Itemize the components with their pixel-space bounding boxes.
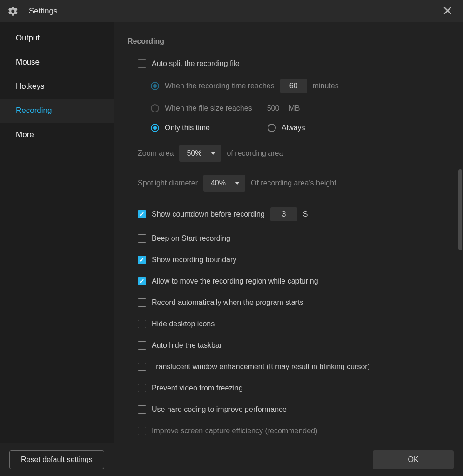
split-time-radio[interactable] bbox=[151, 82, 159, 90]
auto-record-label: Record automatically when the program st… bbox=[152, 298, 303, 307]
split-time-unit: minutes bbox=[313, 82, 339, 90]
zoom-area-label: Zoom area bbox=[138, 149, 174, 158]
move-region-label: Allow to move the recording region while… bbox=[152, 277, 318, 285]
always-radio[interactable] bbox=[268, 124, 276, 132]
window-title: Settings bbox=[29, 7, 439, 16]
always-label: Always bbox=[282, 124, 305, 132]
spotlight-label: Spotlight diameter bbox=[138, 179, 198, 187]
zoom-area-suffix: of recording area bbox=[227, 149, 283, 158]
gear-icon bbox=[7, 6, 19, 17]
sidebar-item-output[interactable]: Output bbox=[0, 26, 114, 50]
beep-label: Beep on Start recording bbox=[152, 234, 230, 243]
auto-split-group: Auto split the recording file When the r… bbox=[127, 60, 449, 132]
split-size-value: 500 bbox=[267, 104, 280, 112]
chevron-down-icon bbox=[211, 152, 215, 155]
improve-capture-label: Improve screen capture efficiency (recom… bbox=[152, 427, 317, 435]
move-region-checkbox[interactable] bbox=[138, 277, 146, 285]
split-time-input[interactable]: 60 bbox=[280, 79, 307, 93]
reset-defaults-button[interactable]: Reset default settings bbox=[9, 450, 104, 469]
spotlight-dropdown[interactable]: 40% bbox=[203, 175, 245, 192]
split-time-label: When the recording time reaches bbox=[165, 82, 275, 90]
zoom-area-value: 50% bbox=[187, 149, 201, 158]
beep-checkbox[interactable] bbox=[138, 234, 146, 243]
hide-icons-checkbox[interactable] bbox=[138, 320, 146, 328]
recording-panel: Recording Auto split the recording file … bbox=[114, 22, 463, 443]
only-this-time-radio[interactable] bbox=[151, 124, 159, 132]
spotlight-value: 40% bbox=[211, 179, 226, 187]
auto-record-checkbox[interactable] bbox=[138, 298, 146, 307]
close-icon[interactable]: ✕ bbox=[439, 3, 456, 20]
spotlight-suffix: Of recording area's height bbox=[251, 179, 336, 187]
section-title: Recording bbox=[127, 37, 449, 46]
sidebar-item-recording[interactable]: Recording bbox=[0, 99, 114, 123]
scrollbar-thumb[interactable] bbox=[458, 169, 462, 250]
hide-taskbar-label: Auto hide the taskbar bbox=[152, 341, 222, 350]
translucent-label: Translucent window enhancement (It may r… bbox=[152, 363, 370, 371]
sidebar-item-more[interactable]: More bbox=[0, 123, 114, 147]
auto-split-label: Auto split the recording file bbox=[152, 60, 240, 68]
prevent-freeze-label: Prevent video from freezing bbox=[152, 384, 243, 392]
chevron-down-icon bbox=[235, 182, 240, 185]
split-size-unit: MB bbox=[289, 104, 300, 112]
sidebar: Output Mouse Hotkeys Recording More bbox=[0, 22, 114, 443]
hard-coding-label: Use hard coding to improve performance bbox=[152, 405, 287, 414]
titlebar: Settings ✕ bbox=[0, 0, 463, 22]
translucent-checkbox[interactable] bbox=[138, 363, 146, 371]
countdown-checkbox[interactable] bbox=[138, 210, 146, 218]
improve-capture-checkbox[interactable] bbox=[138, 427, 146, 435]
auto-split-checkbox[interactable] bbox=[138, 60, 146, 68]
split-size-label: When the file size reaches bbox=[165, 104, 252, 112]
countdown-label: Show countdown before recording bbox=[152, 210, 265, 218]
boundary-checkbox[interactable] bbox=[138, 256, 146, 264]
body: Output Mouse Hotkeys Recording More Reco… bbox=[0, 22, 463, 443]
zoom-area-dropdown[interactable]: 50% bbox=[179, 145, 221, 162]
footer: Reset default settings OK bbox=[0, 443, 463, 476]
sidebar-item-mouse[interactable]: Mouse bbox=[0, 50, 114, 74]
prevent-freeze-checkbox[interactable] bbox=[138, 384, 146, 392]
hide-taskbar-checkbox[interactable] bbox=[138, 341, 146, 350]
main-panel: Recording Auto split the recording file … bbox=[114, 22, 463, 443]
boundary-label: Show recording boundary bbox=[152, 256, 236, 264]
sidebar-item-hotkeys[interactable]: Hotkeys bbox=[0, 74, 114, 99]
hard-coding-checkbox[interactable] bbox=[138, 405, 146, 414]
hide-icons-label: Hide desktop icons bbox=[152, 320, 215, 328]
only-this-time-label: Only this time bbox=[165, 124, 210, 132]
countdown-input[interactable]: 3 bbox=[270, 207, 297, 221]
split-size-radio[interactable] bbox=[151, 104, 159, 112]
countdown-unit: S bbox=[303, 210, 308, 218]
ok-button[interactable]: OK bbox=[373, 450, 454, 469]
settings-window: Settings ✕ Output Mouse Hotkeys Recordin… bbox=[0, 0, 463, 476]
